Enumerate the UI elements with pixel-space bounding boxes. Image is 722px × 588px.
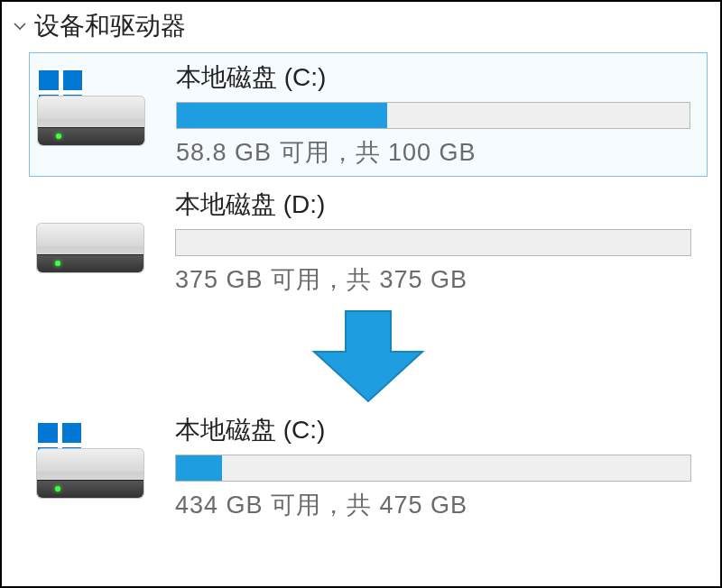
drive-info: 本地磁盘 (C:) 58.8 GB 可用，共 100 GB	[176, 60, 699, 169]
drive-icon	[36, 422, 153, 512]
drive-name: 本地磁盘 (D:)	[175, 188, 691, 222]
usage-bar-fill	[176, 455, 222, 481]
drive-info: 本地磁盘 (C:) 434 GB 可用，共 475 GB	[175, 413, 700, 521]
drive-list: 本地磁盘 (C:) 58.8 GB 可用，共 100 GB 本地磁盘 (D:) …	[2, 47, 720, 528]
drive-item[interactable]: 本地磁盘 (C:) 434 GB 可用，共 475 GB	[29, 406, 708, 528]
usage-bar	[176, 102, 690, 129]
section-title: 设备和驱动器	[34, 9, 186, 43]
drive-status: 375 GB 可用，共 375 GB	[175, 263, 691, 296]
drive-name: 本地磁盘 (C:)	[175, 413, 691, 447]
drive-status: 434 GB 可用，共 475 GB	[175, 489, 691, 521]
drive-item[interactable]: 本地磁盘 (C:) 58.8 GB 可用，共 100 GB	[29, 52, 708, 177]
arrow-down-icon	[29, 307, 708, 406]
usage-bar-fill	[177, 103, 387, 128]
chevron-down-icon	[13, 19, 27, 33]
drive-name: 本地磁盘 (C:)	[176, 60, 690, 95]
drive-status: 58.8 GB 可用，共 100 GB	[176, 136, 690, 169]
drive-icon	[37, 69, 154, 160]
section-header[interactable]: 设备和驱动器	[2, 2, 720, 47]
drive-icon	[36, 197, 153, 287]
drive-info: 本地磁盘 (D:) 375 GB 可用，共 375 GB	[175, 188, 700, 296]
drive-item[interactable]: 本地磁盘 (D:) 375 GB 可用，共 375 GB	[29, 180, 708, 303]
usage-bar	[175, 455, 691, 482]
usage-bar	[175, 229, 691, 256]
svg-marker-0	[314, 311, 422, 401]
